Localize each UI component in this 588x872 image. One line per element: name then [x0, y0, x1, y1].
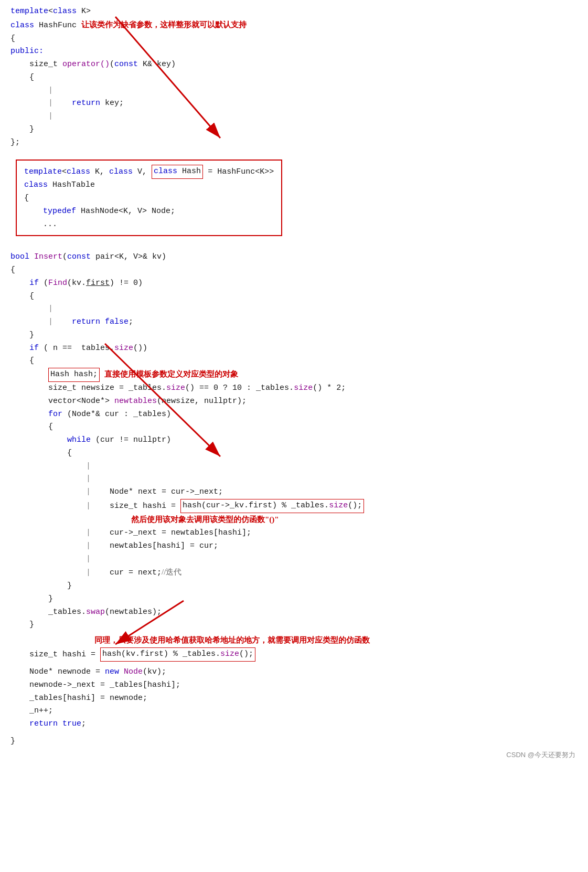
code-line: | newtables[hashi] = cur;: [10, 540, 578, 553]
code-line: typedef HashNode<K, V> Node;: [24, 205, 274, 218]
code-line: _n++;: [10, 705, 578, 718]
code-line: | Node* next = cur->_next;: [10, 486, 578, 499]
hash-call-box-inner: hash(cur->_kv.first) % _tables.size();: [180, 499, 364, 513]
class-hash-box: class Hash: [152, 165, 203, 179]
code-line: {: [10, 447, 578, 460]
annotation-top: 让该类作为缺省参数，这样整形就可以默认支持: [81, 20, 247, 29]
code-line: size_t hashi = hash(kv.first) % _tables.…: [10, 647, 578, 662]
hash-call-box-outer: hash(kv.first) % _tables.size();: [100, 647, 255, 662]
code-line: }: [10, 329, 578, 342]
code-line: }: [10, 593, 578, 606]
code-line: |: [10, 553, 578, 566]
hashi-line-inner: | size_t hashi = hash(cur->_kv.first) % …: [10, 499, 578, 527]
code-line: public:: [10, 45, 578, 58]
code-line: while (cur != nullptr): [10, 434, 578, 447]
code-line: {: [10, 264, 578, 277]
code-line: {: [10, 33, 578, 46]
code-line: class HashFunc 让该类作为缺省参数，这样整形就可以默认支持: [10, 18, 578, 33]
annotation-hash-hash: 直接使用模板参数定义对应类型的对象: [104, 370, 238, 378]
code-line: bool Insert(const pair<K, V>& kv): [10, 251, 578, 264]
code-line: size_t operator()(const K& key): [10, 58, 578, 71]
code-line: if ( n == tables.size()): [10, 342, 578, 355]
code-line: |: [10, 110, 578, 123]
footer: CSDN @今天还要努力: [506, 750, 575, 761]
code-line: Hash hash; 直接使用模板参数定义对应类型的对象: [10, 368, 238, 382]
section-box-template: template<class K, class V, class Hash = …: [16, 159, 282, 236]
code-line: |: [10, 460, 578, 473]
code-line: }: [10, 580, 578, 593]
code-line: {: [10, 71, 578, 84]
code-line: ...: [24, 218, 274, 231]
code-line: | size_t hashi = hash(cur->_kv.first) % …: [10, 499, 578, 513]
code-line: _tables[hashi] = newnode;: [10, 692, 578, 705]
code-line: |: [10, 84, 578, 98]
code-line: | cur->_next = newtables[hashi];: [10, 527, 578, 540]
code-line: return true;: [10, 718, 578, 731]
code-line: }: [10, 735, 578, 748]
code-line: class HashTable: [24, 179, 274, 192]
code-line: | return key;: [10, 97, 578, 110]
code-line: | return false;: [10, 316, 578, 329]
code-line: {: [24, 192, 274, 205]
code-line: | cur = next;//迭代: [10, 566, 578, 580]
code-line: template<class K>: [10, 5, 578, 18]
code-line: |: [10, 473, 578, 486]
code-line: vector<Node*> newtables(newsize, nullptr…: [10, 395, 578, 408]
code-line: }: [10, 619, 578, 632]
code-line: Node* newnode = new Node(kv);: [10, 666, 578, 679]
hash-hash-line: Hash hash; 直接使用模板参数定义对应类型的对象: [10, 368, 578, 382]
code-line: if (Find(kv.first) != 0): [10, 277, 578, 290]
page-container: template<class K> class HashFunc 让该类作为缺省…: [0, 0, 588, 769]
code-line: _tables.swap(newtables);: [10, 606, 578, 619]
annotation-tongli-text: 同理，只要涉及使用哈希值获取哈希地址的地方，就需要调用对应类型的仿函数: [94, 636, 370, 644]
code-line: newnode->_next = _tables[hashi];: [10, 679, 578, 692]
code-block-top: template<class K> class HashFunc 让该类作为缺省…: [10, 5, 578, 149]
code-line: |: [10, 303, 578, 316]
annotation-then-text: 然后使用该对象去调用该类型的仿函数"()": [131, 515, 279, 524]
code-line: {: [10, 355, 578, 368]
annotation-then: 然后使用该对象去调用该类型的仿函数"()": [10, 513, 578, 527]
code-line: {: [10, 290, 578, 303]
code-line: template<class K, class V, class Hash = …: [24, 165, 274, 179]
code-line: size_t newsize = _tables.size() == 0 ? 1…: [10, 382, 578, 395]
hash-hash-box: Hash hash;: [48, 368, 100, 382]
annotation-tongli: 同理，只要涉及使用哈希值获取哈希地址的地方，就需要调用对应类型的仿函数: [10, 632, 578, 647]
code-block-insert: bool Insert(const pair<K, V>& kv) { if (…: [10, 251, 578, 748]
code-line: {: [10, 421, 578, 434]
code-line: for (Node*& cur : _tables): [10, 408, 578, 421]
code-line: }: [10, 123, 578, 136]
code-line: };: [10, 136, 578, 150]
